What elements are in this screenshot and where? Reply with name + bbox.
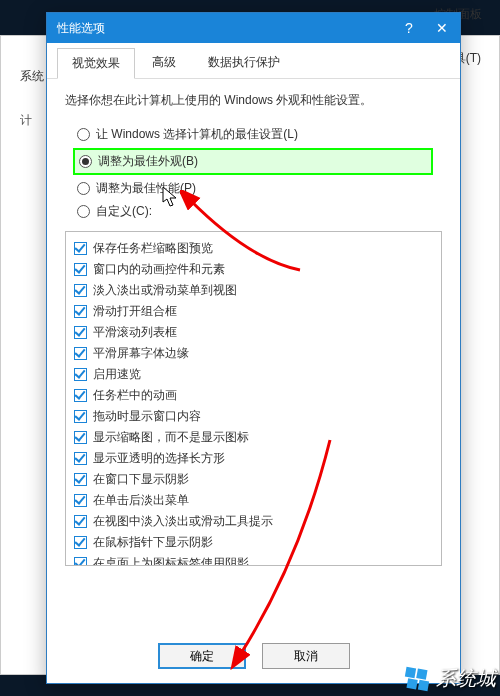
performance-options-dialog: 性能选项 ? ✕ 视觉效果 高级 数据执行保护 选择你想在此计算机上使用的 Wi… — [46, 12, 461, 684]
checkbox-icon — [74, 305, 87, 318]
checkbox-icon — [74, 431, 87, 444]
checkbox-item[interactable]: 显示亚透明的选择长方形 — [74, 448, 433, 469]
radio-label: 调整为最佳性能(P) — [96, 180, 196, 197]
radio-label: 调整为最佳外观(B) — [98, 153, 198, 170]
radio-custom[interactable]: 自定义(C): — [73, 200, 442, 223]
checkbox-label: 在鼠标指针下显示阴影 — [93, 534, 213, 551]
checkbox-icon — [74, 557, 87, 566]
tab-dep[interactable]: 数据执行保护 — [193, 47, 295, 78]
checkbox-item[interactable]: 拖动时显示窗口内容 — [74, 406, 433, 427]
intro-text: 选择你想在此计算机上使用的 Windows 外观和性能设置。 — [65, 91, 442, 109]
checkbox-item[interactable]: 保存任务栏缩略图预览 — [74, 238, 433, 259]
radio-label: 自定义(C): — [96, 203, 152, 220]
checkbox-icon — [74, 473, 87, 486]
checkbox-label: 淡入淡出或滑动菜单到视图 — [93, 282, 237, 299]
checkbox-label: 窗口内的动画控件和元素 — [93, 261, 225, 278]
radio-icon — [77, 182, 90, 195]
checkbox-item[interactable]: 在桌面上为图标标签使用阴影 — [74, 553, 433, 566]
checkbox-icon — [74, 410, 87, 423]
checkbox-label: 显示亚透明的选择长方形 — [93, 450, 225, 467]
help-button[interactable]: ? — [394, 13, 424, 43]
checkbox-item[interactable]: 在视图中淡入淡出或滑动工具提示 — [74, 511, 433, 532]
radio-best-appearance[interactable]: 调整为最佳外观(B) — [73, 148, 433, 175]
svg-rect-1 — [416, 668, 427, 679]
checkbox-icon — [74, 347, 87, 360]
checkbox-item[interactable]: 平滑屏幕字体边缘 — [74, 343, 433, 364]
checkbox-icon — [74, 515, 87, 528]
dialog-content: 选择你想在此计算机上使用的 Windows 外观和性能设置。 让 Windows… — [47, 79, 460, 578]
tabs: 视觉效果 高级 数据执行保护 — [47, 43, 460, 79]
checkbox-label: 保存任务栏缩略图预览 — [93, 240, 213, 257]
dialog-footer: 确定 取消 — [47, 643, 460, 669]
radio-best-performance[interactable]: 调整为最佳性能(P) — [73, 177, 442, 200]
checkbox-icon — [74, 368, 87, 381]
checkbox-label: 任务栏中的动画 — [93, 387, 177, 404]
checkbox-icon — [74, 242, 87, 255]
checkbox-label: 启用速览 — [93, 366, 141, 383]
checkbox-item[interactable]: 窗口内的动画控件和元素 — [74, 259, 433, 280]
radio-let-windows[interactable]: 让 Windows 选择计算机的最佳设置(L) — [73, 123, 442, 146]
checkbox-label: 显示缩略图，而不是显示图标 — [93, 429, 249, 446]
radio-icon — [77, 205, 90, 218]
checkbox-icon — [74, 452, 87, 465]
checkbox-label: 在单击后淡出菜单 — [93, 492, 189, 509]
cancel-button[interactable]: 取消 — [262, 643, 350, 669]
checkbox-label: 在桌面上为图标标签使用阴影 — [93, 555, 249, 566]
checkbox-label: 平滑滚动列表框 — [93, 324, 177, 341]
checkbox-icon — [74, 389, 87, 402]
checkbox-item[interactable]: 启用速览 — [74, 364, 433, 385]
close-button[interactable]: ✕ — [424, 13, 460, 43]
checkbox-icon — [74, 536, 87, 549]
checkbox-icon — [74, 494, 87, 507]
bg-system-label: 系统 — [20, 68, 44, 85]
svg-rect-2 — [406, 678, 417, 689]
checkbox-icon — [74, 263, 87, 276]
checkbox-item[interactable]: 在单击后淡出菜单 — [74, 490, 433, 511]
watermark: 系统城 www.xitongcheng.com — [404, 665, 496, 692]
checkbox-label: 拖动时显示窗口内容 — [93, 408, 201, 425]
checkbox-list[interactable]: 保存任务栏缩略图预览窗口内的动画控件和元素淡入淡出或滑动菜单到视图滑动打开组合框… — [65, 231, 442, 566]
checkbox-item[interactable]: 任务栏中的动画 — [74, 385, 433, 406]
radio-group: 让 Windows 选择计算机的最佳设置(L) 调整为最佳外观(B) 调整为最佳… — [73, 123, 442, 223]
checkbox-item[interactable]: 在窗口下显示阴影 — [74, 469, 433, 490]
checkbox-label: 在窗口下显示阴影 — [93, 471, 189, 488]
watermark-text: 系统城 — [436, 665, 496, 692]
checkbox-item[interactable]: 淡入淡出或滑动菜单到视图 — [74, 280, 433, 301]
checkbox-item[interactable]: 显示缩略图，而不是显示图标 — [74, 427, 433, 448]
bg-left-label2: 计 — [20, 112, 32, 129]
checkbox-label: 在视图中淡入淡出或滑动工具提示 — [93, 513, 273, 530]
checkbox-icon — [74, 326, 87, 339]
checkbox-item[interactable]: 在鼠标指针下显示阴影 — [74, 532, 433, 553]
svg-rect-0 — [405, 666, 416, 677]
checkbox-label: 滑动打开组合框 — [93, 303, 177, 320]
radio-label: 让 Windows 选择计算机的最佳设置(L) — [96, 126, 298, 143]
checkbox-item[interactable]: 滑动打开组合框 — [74, 301, 433, 322]
svg-rect-3 — [418, 679, 429, 690]
tab-visual-effects[interactable]: 视觉效果 — [57, 48, 135, 79]
tab-advanced[interactable]: 高级 — [137, 47, 191, 78]
checkbox-icon — [74, 284, 87, 297]
radio-icon — [79, 155, 92, 168]
radio-icon — [77, 128, 90, 141]
titlebar: 性能选项 ? ✕ — [47, 13, 460, 43]
checkbox-item[interactable]: 平滑滚动列表框 — [74, 322, 433, 343]
checkbox-label: 平滑屏幕字体边缘 — [93, 345, 189, 362]
watermark-icon — [404, 666, 430, 692]
ok-button[interactable]: 确定 — [158, 643, 246, 669]
dialog-title: 性能选项 — [57, 20, 105, 37]
